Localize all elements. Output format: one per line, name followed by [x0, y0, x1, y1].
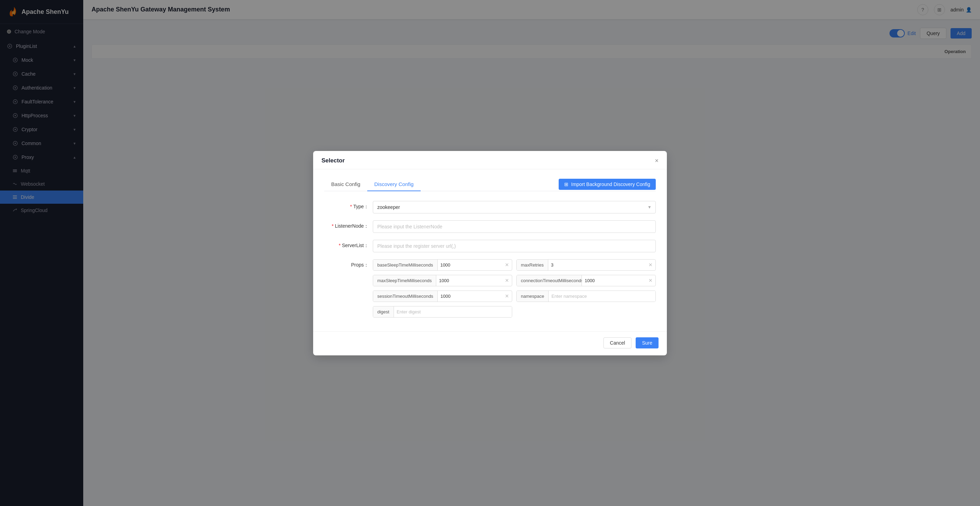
prop-value-session-timeout[interactable]	[438, 291, 502, 302]
type-row: * Type： zookeeper nacos eureka etcd ▼	[324, 201, 656, 214]
tab-discovery-config[interactable]: Discovery Config	[367, 178, 420, 191]
prop-value-namespace[interactable]	[549, 291, 655, 302]
type-label: * Type：	[324, 201, 373, 210]
modal-footer: Cancel Sure	[313, 332, 667, 355]
prop-item-conn-timeout: connectionTimeoutMilliseconds ✕	[516, 275, 656, 286]
server-list-label: * ServerList：	[324, 240, 373, 249]
prop-clear-conn-timeout[interactable]: ✕	[646, 278, 655, 283]
prop-clear-max-retries[interactable]: ✕	[646, 262, 655, 268]
props-label: Props：	[324, 259, 373, 268]
prop-key-namespace: namespace	[517, 291, 549, 302]
prop-key-conn-timeout: connectionTimeoutMilliseconds	[517, 275, 582, 286]
prop-value-max-sleep[interactable]	[436, 275, 502, 286]
import-btn-label: Import Background Discovery Config	[571, 182, 650, 187]
import-discovery-config-button[interactable]: ⊞ Import Background Discovery Config	[558, 179, 656, 190]
listener-node-label-text: ListenerNode：	[335, 223, 369, 229]
modal-title: Selector	[321, 157, 345, 164]
prop-key-max-sleep: maxSleepTimeMilliseconds	[373, 275, 436, 286]
prop-value-max-retries[interactable]	[548, 260, 646, 270]
listener-node-input[interactable]	[373, 220, 656, 233]
tab-basic-config[interactable]: Basic Config	[324, 178, 367, 191]
prop-grid-empty	[516, 306, 656, 318]
prop-item-max-sleep: maxSleepTimeMilliseconds ✕	[373, 275, 512, 286]
selector-modal: Selector × Basic Config Discovery Config…	[313, 151, 667, 355]
import-icon: ⊞	[564, 182, 568, 187]
type-required-star: *	[350, 204, 353, 209]
sure-button[interactable]: Sure	[636, 337, 659, 348]
modal-body: Basic Config Discovery Config ⊞ Import B…	[313, 169, 667, 332]
server-list-label-text: ServerList：	[342, 243, 369, 248]
listener-node-label: * ListenerNode：	[324, 220, 373, 230]
type-select[interactable]: zookeeper nacos eureka etcd	[373, 201, 656, 214]
modal-overlay[interactable]: Selector × Basic Config Discovery Config…	[0, 0, 980, 506]
prop-item-digest: digest	[373, 306, 512, 318]
modal-header: Selector ×	[313, 151, 667, 169]
prop-clear-session-timeout[interactable]: ✕	[502, 293, 512, 299]
props-grid: baseSleepTimeMilliseconds ✕ maxRetries ✕…	[373, 259, 656, 318]
cancel-button[interactable]: Cancel	[603, 337, 632, 348]
prop-item-session-timeout: sessionTimeoutMilliseconds ✕	[373, 291, 512, 302]
prop-key-digest: digest	[373, 306, 394, 317]
server-list-row: * ServerList：	[324, 240, 656, 252]
prop-key-session-timeout: sessionTimeoutMilliseconds	[373, 291, 438, 302]
server-list-input[interactable]	[373, 240, 656, 252]
modal-close-button[interactable]: ×	[655, 158, 659, 164]
prop-key-base-sleep: baseSleepTimeMilliseconds	[373, 260, 438, 270]
server-required-star: *	[339, 243, 342, 248]
prop-item-max-retries: maxRetries ✕	[516, 259, 656, 271]
prop-item-namespace: namespace	[516, 291, 656, 302]
prop-value-digest[interactable]	[394, 306, 512, 317]
prop-value-conn-timeout[interactable]	[582, 275, 646, 286]
type-select-wrap: zookeeper nacos eureka etcd ▼	[373, 201, 656, 214]
props-row: Props： baseSleepTimeMilliseconds ✕ maxRe…	[324, 259, 656, 318]
modal-tabs: Basic Config Discovery Config ⊞ Import B…	[324, 178, 656, 191]
prop-value-base-sleep[interactable]	[438, 260, 502, 270]
prop-item-base-sleep: baseSleepTimeMilliseconds ✕	[373, 259, 512, 271]
prop-key-max-retries: maxRetries	[517, 260, 548, 270]
listener-node-row: * ListenerNode：	[324, 220, 656, 233]
prop-clear-base-sleep[interactable]: ✕	[502, 262, 512, 268]
prop-clear-max-sleep[interactable]: ✕	[502, 278, 512, 283]
listener-required-star: *	[331, 223, 335, 229]
type-label-text: Type：	[353, 204, 369, 209]
